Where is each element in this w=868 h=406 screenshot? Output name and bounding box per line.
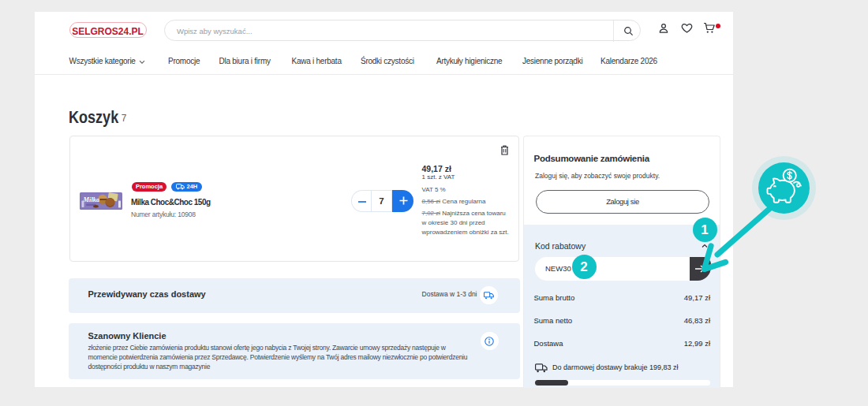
svg-text:Milka: Milka <box>83 196 101 203</box>
